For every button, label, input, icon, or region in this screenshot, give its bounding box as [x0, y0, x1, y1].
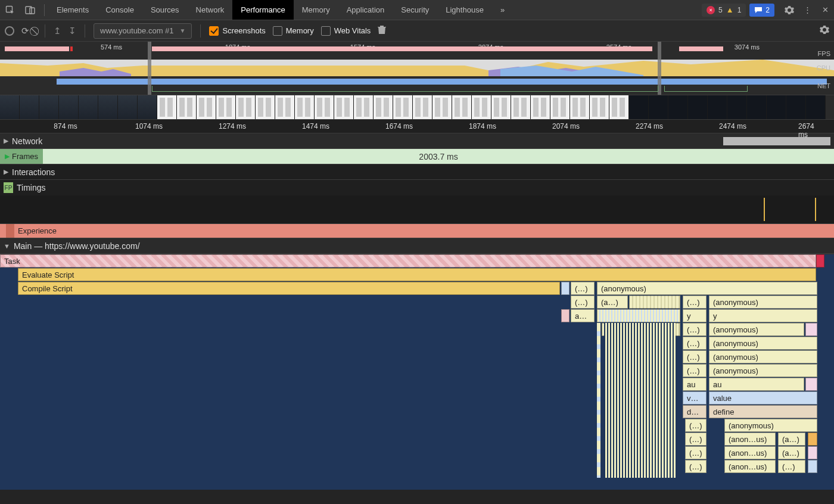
flame-block[interactable]: [805, 378, 817, 391]
flame-fn[interactable]: (anonymous): [724, 419, 817, 432]
timings-track-body[interactable]: [0, 195, 834, 224]
screenshot-thumb[interactable]: [727, 95, 747, 119]
screenshot-thumb[interactable]: [786, 95, 806, 119]
screenshot-thumb[interactable]: [708, 95, 727, 119]
screenshot-thumb[interactable]: [767, 95, 786, 119]
flame-fn[interactable]: (…): [683, 350, 707, 363]
tabs-overflow-icon[interactable]: »: [492, 0, 513, 20]
frames-track-header[interactable]: ▶ Frames: [0, 149, 43, 164]
screenshot-thumb[interactable]: [491, 95, 511, 119]
device-toolbar-icon[interactable]: [20, 6, 41, 14]
load-profile-icon[interactable]: ↥: [54, 26, 61, 36]
screenshot-thumb[interactable]: [511, 95, 531, 119]
flame-fn[interactable]: (anonymous): [597, 282, 817, 295]
tab-sources[interactable]: Sources: [142, 0, 188, 20]
screenshot-thumb[interactable]: [570, 95, 590, 119]
tab-memory[interactable]: Memory: [294, 0, 338, 20]
flame-fn[interactable]: (…): [683, 323, 707, 336]
flame-fn[interactable]: define: [709, 405, 817, 418]
experience-track[interactable]: Experience: [0, 224, 834, 238]
tab-lighthouse[interactable]: Lighthouse: [437, 0, 492, 20]
screenshot-thumb[interactable]: [236, 95, 256, 119]
screenshot-thumb[interactable]: [334, 95, 354, 119]
overview-window-handle-left[interactable]: [148, 42, 151, 95]
interactions-track-header[interactable]: ▶ Interactions: [0, 164, 834, 180]
timings-track-header[interactable]: FP Timings: [0, 180, 834, 195]
flame-fn[interactable]: (anonymous): [709, 295, 817, 309]
errors-warnings-badge[interactable]: × 5 ▲ 1: [702, 4, 746, 17]
flame-block[interactable]: [561, 309, 570, 322]
delete-icon[interactable]: [378, 25, 386, 36]
screenshot-thumb[interactable]: [531, 95, 550, 119]
flame-fn[interactable]: (…): [685, 419, 707, 432]
flame-fn[interactable]: au: [683, 378, 707, 391]
flame-fn[interactable]: (…): [683, 364, 707, 377]
screenshot-thumb[interactable]: [216, 95, 236, 119]
flame-fn-striped[interactable]: [597, 309, 680, 322]
flame-fn[interactable]: (…): [685, 460, 707, 473]
screenshot-thumb[interactable]: [79, 95, 98, 119]
flame-fn[interactable]: y: [709, 309, 817, 322]
detail-ruler[interactable]: 874 ms 1074 ms 1274 ms 1474 ms 1674 ms 1…: [0, 119, 834, 133]
screenshot-thumb[interactable]: [177, 95, 197, 119]
flame-fn[interactable]: (…): [683, 337, 707, 350]
screenshot-thumb[interactable]: [432, 95, 452, 119]
screenshot-thumb[interactable]: [275, 95, 295, 119]
flame-fn[interactable]: (anonymous): [709, 323, 804, 336]
tab-elements[interactable]: Elements: [48, 0, 97, 20]
network-track-header[interactable]: ▶ Network: [0, 133, 834, 149]
flame-fn[interactable]: v…: [683, 391, 707, 405]
screenshot-thumb[interactable]: [629, 95, 649, 119]
screenshot-thumb[interactable]: [472, 95, 491, 119]
flame-fn[interactable]: d…: [683, 405, 707, 418]
screenshot-thumb[interactable]: [39, 95, 59, 119]
flame-fn[interactable]: (…): [685, 446, 707, 459]
save-profile-icon[interactable]: ↧: [69, 26, 76, 36]
timing-marker[interactable]: [764, 198, 765, 221]
screenshot-thumb[interactable]: [197, 95, 216, 119]
screenshot-filmstrip[interactable]: [0, 95, 834, 119]
flame-block[interactable]: [808, 446, 817, 459]
inspect-element-icon[interactable]: [0, 5, 20, 15]
flame-fn[interactable]: (anon…us): [724, 433, 776, 446]
screenshot-thumb[interactable]: [649, 95, 668, 119]
flame-fn[interactable]: (…): [571, 295, 595, 309]
screenshot-thumb[interactable]: [0, 95, 20, 119]
screenshot-thumb[interactable]: [118, 95, 138, 119]
screenshot-thumb[interactable]: [668, 95, 688, 119]
screenshot-thumb[interactable]: [354, 95, 374, 119]
settings-gear-icon[interactable]: [780, 5, 798, 15]
tab-network[interactable]: Network: [188, 0, 233, 20]
screenshot-thumb[interactable]: [59, 95, 79, 119]
frames-duration[interactable]: 2003.7 ms: [43, 149, 834, 164]
flame-fn[interactable]: (anonymous): [709, 350, 817, 363]
flame-compile-script[interactable]: Compile Script: [18, 282, 560, 295]
screenshot-thumb[interactable]: [138, 95, 157, 119]
web-vitals-checkbox[interactable]: Web Vitals: [321, 26, 371, 36]
tab-performance[interactable]: Performance: [232, 0, 293, 20]
flame-fn[interactable]: a…: [571, 309, 595, 322]
frames-track[interactable]: ▶ Frames 2003.7 ms: [0, 149, 834, 164]
recording-select[interactable]: www.youtube.com #1 ▼: [94, 23, 192, 39]
flame-fn-striped[interactable]: [629, 295, 680, 309]
memory-checkbox[interactable]: Memory: [273, 26, 314, 36]
flame-fn[interactable]: (anonymous): [709, 364, 817, 377]
flame-fn[interactable]: y: [683, 309, 707, 322]
tab-application[interactable]: Application: [338, 0, 393, 20]
screenshot-thumb[interactable]: [806, 95, 826, 119]
screenshot-thumb[interactable]: [98, 95, 118, 119]
record-button-icon[interactable]: [5, 26, 14, 36]
tab-security[interactable]: Security: [393, 0, 437, 20]
timeline-overview[interactable]: 574 ms 1074 ms 1574 ms 2074 ms 2574 ms 3…: [0, 42, 834, 95]
timing-marker[interactable]: [815, 198, 816, 221]
flame-fn[interactable]: (anon…us): [724, 446, 776, 459]
flame-block[interactable]: [808, 460, 817, 473]
flame-block[interactable]: [561, 282, 570, 295]
flame-evaluate-script[interactable]: Evaluate Script: [18, 268, 816, 281]
flame-fn[interactable]: (a…): [597, 295, 628, 309]
flame-block[interactable]: [808, 433, 817, 446]
flame-fn[interactable]: (a…): [778, 433, 805, 446]
screenshot-thumb[interactable]: [157, 95, 177, 119]
flame-fn[interactable]: (anonymous): [709, 337, 817, 350]
main-track-header[interactable]: ▼ Main — https://www.youtube.com/: [0, 238, 834, 254]
